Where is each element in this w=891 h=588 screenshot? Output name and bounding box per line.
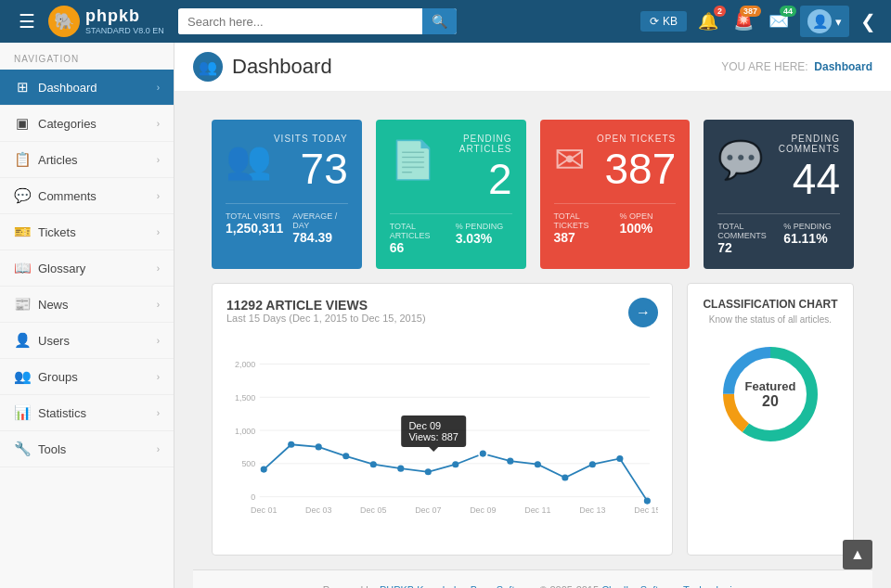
articles-icon: 📋: [14, 151, 31, 168]
sidebar-nav-label: NAVIGATION: [0, 43, 174, 70]
svg-text:Dec 13: Dec 13: [579, 505, 605, 515]
tooltip-date: Dec 09: [408, 420, 458, 431]
visits-card-label: VISITS TODAY: [274, 134, 348, 144]
search-bar: 🔍: [178, 8, 457, 34]
scroll-top-button[interactable]: ▲: [843, 540, 872, 569]
footer-label: % OPEN: [619, 211, 676, 221]
alerts-button[interactable]: 🚨 387: [730, 7, 757, 35]
hamburger-button[interactable]: ☰: [11, 6, 43, 36]
footer-link1[interactable]: PHPKB Knowledge Base Software: [380, 584, 536, 588]
kb-button[interactable]: ⟳ KB: [640, 11, 687, 32]
logo-name: phpkb: [85, 6, 140, 25]
sidebar-items-container: ⊞ Dashboard › ▣ Categories › 📋 Articles …: [0, 70, 174, 467]
logo-area: ☰ 🐘 phpkb STANDARD V8.0 EN: [11, 6, 169, 37]
tickets-icon: 🎫: [14, 224, 31, 240]
glossary-label: Glossary: [38, 262, 149, 275]
logo-icon: 🐘: [48, 6, 80, 37]
svg-point-17: [452, 461, 458, 467]
svg-text:Dec 09: Dec 09: [470, 505, 496, 515]
sidebar-item-statistics[interactable]: 📊 Statistics ›: [0, 395, 174, 431]
avatar-button[interactable]: 👤 ▾: [800, 6, 849, 37]
search-input[interactable]: [178, 9, 422, 34]
tickets-label: Tickets: [38, 225, 149, 239]
chart-panel: 11292 ARTICLE VIEWS Last 15 Days (Dec 1,…: [212, 283, 673, 556]
donut-center-number: 20: [745, 393, 796, 410]
messages-badge: 44: [780, 6, 796, 17]
articles-card-label: PENDING ARTICLES: [436, 134, 512, 154]
nav-collapse-button[interactable]: ❮: [857, 6, 880, 36]
svg-text:500: 500: [241, 459, 255, 468]
sidebar-item-articles[interactable]: 📋 Articles ›: [0, 142, 174, 178]
notifications-button[interactable]: 🔔 2: [694, 7, 722, 35]
comments-label: Comments: [38, 189, 149, 203]
chevron-icon: ›: [157, 191, 160, 201]
logo-text-area: phpkb STANDARD V8.0 EN: [85, 6, 164, 36]
donut-container: Featured 20: [715, 339, 826, 450]
svg-point-18: [479, 450, 487, 458]
messages-button[interactable]: ✉️ 44: [765, 7, 793, 35]
visits-footer-item: TOTAL VISITS 1,250,311: [226, 211, 283, 245]
articles-card-icon: 📄: [390, 138, 436, 182]
news-label: News: [38, 298, 149, 312]
chevron-icon: ›: [157, 372, 160, 382]
tickets-card-icon: ✉: [554, 138, 586, 181]
search-button[interactable]: 🔍: [422, 8, 457, 34]
articles-label: Articles: [38, 153, 149, 167]
footer-powered-by: Powered by: [323, 584, 380, 588]
svg-point-23: [616, 455, 623, 462]
sidebar-item-tools[interactable]: 🔧 Tools ›: [0, 431, 174, 467]
comments-footer-item: TOTAL COMMENTS 72: [717, 222, 774, 255]
chart-tooltip: Dec 09 Views: 887: [401, 415, 466, 447]
svg-point-15: [397, 466, 404, 472]
footer-value: 1,250,311: [226, 221, 283, 236]
alerts-badge: 387: [740, 6, 761, 17]
visits-card-number: 73: [274, 147, 348, 190]
footer-value: 72: [717, 240, 774, 255]
glossary-icon: 📖: [14, 260, 31, 276]
chart-area: 2,000 1,500 1,000 500 0: [226, 337, 658, 541]
svg-text:1,000: 1,000: [235, 427, 255, 436]
sidebar-item-news[interactable]: 📰 News ›: [0, 287, 174, 323]
breadcrumb: YOU ARE HERE: Dashboard: [721, 60, 872, 73]
footer: Powered by PHPKB Knowledge Base Software…: [193, 569, 872, 588]
bottom-row: 11292 ARTICLE VIEWS Last 15 Days (Dec 1,…: [193, 283, 872, 569]
svg-point-19: [507, 458, 513, 465]
top-header: ☰ 🐘 phpkb STANDARD V8.0 EN 🔍 ⟳ KB 🔔 2 🚨 …: [0, 0, 891, 43]
svg-point-11: [288, 441, 294, 448]
sidebar-item-glossary[interactable]: 📖 Glossary ›: [0, 250, 174, 287]
tickets-footer-item: TOTAL TICKETS 387: [554, 211, 611, 245]
tooltip-views: Views: 887: [408, 431, 458, 442]
tools-icon: 🔧: [14, 441, 31, 457]
chart-arrow-button[interactable]: →: [628, 298, 658, 327]
chevron-icon: ›: [157, 300, 160, 310]
dashboard-icon: ⊞: [14, 79, 31, 96]
footer-value: 66: [390, 240, 446, 255]
comments-card-label: PENDING COMMENTS: [764, 134, 840, 154]
chevron-icon: ›: [157, 83, 160, 93]
sidebar-item-tickets[interactable]: 🎫 Tickets ›: [0, 214, 174, 250]
page-title-icon: 👥: [193, 52, 223, 82]
news-icon: 📰: [14, 296, 31, 313]
svg-text:Dec 11: Dec 11: [524, 505, 550, 515]
donut-title: CLASSIFICATION CHART: [703, 298, 837, 311]
donut-center-label: Featured: [745, 379, 796, 393]
sidebar-item-groups[interactable]: 👥 Groups ›: [0, 359, 174, 395]
tools-label: Tools: [38, 442, 149, 456]
footer-label: TOTAL COMMENTS: [717, 222, 774, 240]
visits-footer-item: AVERAGE / DAY 784.39: [292, 211, 347, 245]
footer-label: TOTAL ARTICLES: [390, 222, 446, 240]
comments-card-icon: 💬: [717, 138, 764, 182]
page-title: Dashboard: [232, 55, 332, 79]
sidebar-item-users[interactable]: 👤 Users ›: [0, 323, 174, 359]
sidebar-item-categories[interactable]: ▣ Categories ›: [0, 106, 174, 142]
categories-label: Categories: [38, 117, 149, 131]
articles-footer-item: TOTAL ARTICLES 66: [390, 222, 446, 255]
tickets-card-label: OPEN TICKETS: [597, 134, 676, 144]
footer-link2[interactable]: Chadha Software Technologies: [601, 584, 742, 588]
svg-point-13: [342, 453, 349, 459]
content-area: 👥 Dashboard YOU ARE HERE: Dashboard 👥 VI…: [174, 43, 891, 588]
sidebar-item-comments[interactable]: 💬 Comments ›: [0, 178, 174, 214]
donut-subtitle: Know the status of all articles.: [709, 314, 832, 325]
svg-point-22: [589, 461, 596, 467]
sidebar-item-dashboard[interactable]: ⊞ Dashboard ›: [0, 70, 174, 106]
